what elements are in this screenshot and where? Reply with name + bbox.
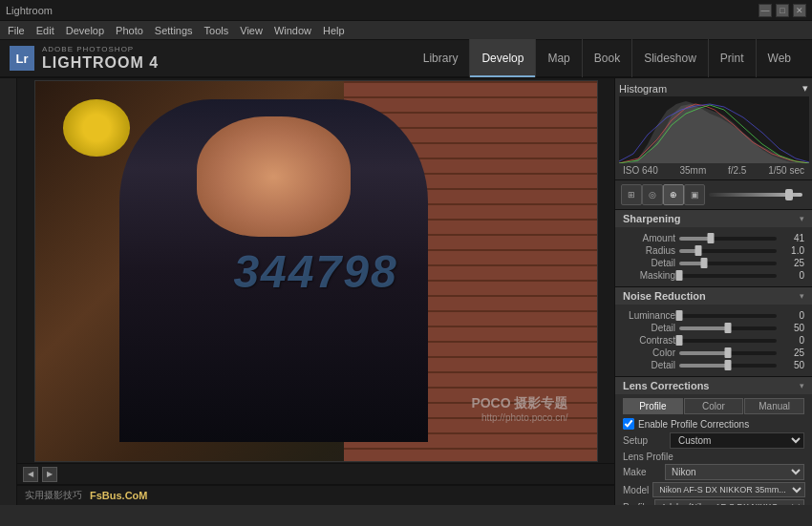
amount-fill <box>679 237 711 241</box>
exposure-slider-thumb[interactable] <box>785 189 793 200</box>
shutter-label: 1/50 sec <box>768 165 804 176</box>
noise-reduction-section: Noise Reduction ▾ Luminance 0 Detail <box>615 287 812 377</box>
enable-profile-checkbox[interactable] <box>623 418 634 430</box>
photo-background: 344798 POCO 摄影专题 http://photo.poco.cn/ <box>35 81 597 461</box>
amount-value: 41 <box>780 233 804 243</box>
minimize-button[interactable]: — <box>759 4 772 17</box>
crop-tool[interactable]: ⊞ <box>621 184 642 205</box>
contrast-track[interactable] <box>679 339 777 343</box>
color-row: Color 25 <box>623 347 804 358</box>
color-detail-fill <box>679 364 728 368</box>
detail-handle[interactable] <box>700 258 707 268</box>
sharpening-content: Amount 41 Radius 1.0 Detail <box>615 227 812 286</box>
close-button[interactable]: ✕ <box>793 4 806 17</box>
profile-row: Profile Adobe (Nikon AF-S DX NIKKO... <box>623 499 804 505</box>
bottom-bar: 实用摄影技巧 FsBus.CoM <box>17 484 614 505</box>
window-controls: — □ ✕ <box>759 4 806 17</box>
nr-detail-track[interactable] <box>679 326 777 330</box>
contrast-handle[interactable] <box>676 335 683 346</box>
lens-tab-manual[interactable]: Manual <box>744 398 804 414</box>
flowers-decoration <box>63 99 131 157</box>
site-label: FsBus.CoM <box>90 490 148 501</box>
histogram-section: Histogram ▾ ISO 640 35mm <box>615 78 812 180</box>
gradient-tool[interactable]: ▣ <box>684 184 705 205</box>
lens-corrections-header[interactable]: Lens Corrections ▾ <box>615 377 812 394</box>
tab-develop[interactable]: Develop <box>469 39 535 77</box>
menu-photo[interactable]: Photo <box>116 25 143 36</box>
histogram-canvas <box>619 96 809 163</box>
menu-help[interactable]: Help <box>323 25 345 36</box>
setup-row: Setup Custom Auto <box>623 432 804 449</box>
app-title: ADOBE PHOTOSHOP LIGHTROOM 4 <box>42 45 159 73</box>
lens-profile-subtitle: Lens Profile <box>623 452 804 462</box>
luminance-row: Luminance 0 <box>623 310 804 321</box>
histogram-svg <box>619 96 809 163</box>
center-panel: 344798 POCO 摄影专题 http://photo.poco.cn/ ◀… <box>17 78 614 505</box>
tab-web[interactable]: Web <box>756 39 802 77</box>
sharpening-header[interactable]: Sharpening ▾ <box>615 210 812 227</box>
masking-track[interactable] <box>679 274 777 278</box>
menu-tools[interactable]: Tools <box>204 25 229 36</box>
radius-track[interactable] <box>679 249 777 253</box>
module-tabs: Library Develop Map Book Slideshow Print… <box>412 39 802 77</box>
redeye-tool[interactable]: ⊕ <box>663 184 684 205</box>
filmstrip-nav-left[interactable]: ◀ <box>23 467 38 482</box>
radius-handle[interactable] <box>695 245 702 256</box>
menu-file[interactable]: File <box>8 25 25 36</box>
spot-tool[interactable]: ◎ <box>642 184 663 205</box>
menu-settings[interactable]: Settings <box>155 25 193 36</box>
tab-book[interactable]: Book <box>582 39 631 77</box>
detail-track[interactable] <box>679 262 777 265</box>
lens-tab-profile[interactable]: Profile <box>623 398 683 414</box>
lens-tab-color[interactable]: Color <box>684 398 744 414</box>
masking-value: 0 <box>780 270 804 281</box>
menubar: File Edit Develop Photo Settings Tools V… <box>0 21 812 40</box>
tab-map[interactable]: Map <box>535 39 581 77</box>
nr-detail-row: Detail 50 <box>623 323 804 333</box>
nr-detail-label: Detail <box>623 323 675 333</box>
poco-name: POCO 摄影专题 <box>471 395 567 412</box>
color-handle[interactable] <box>725 347 732 358</box>
luminance-label: Luminance <box>623 310 675 321</box>
noise-reduction-arrow: ▾ <box>800 291 804 301</box>
histogram-info: ISO 640 35mm f/2.5 1/50 sec <box>619 163 808 178</box>
menu-window[interactable]: Window <box>274 25 311 36</box>
noise-reduction-title: Noise Reduction <box>623 290 706 302</box>
iso-label: ISO 640 <box>623 165 658 176</box>
amount-track[interactable] <box>679 237 777 241</box>
tab-library[interactable]: Library <box>412 39 470 77</box>
enable-profile-label: Enable Profile Corrections <box>638 419 749 430</box>
filmstrip-nav-right[interactable]: ▶ <box>42 467 57 482</box>
menu-view[interactable]: View <box>240 25 263 36</box>
masking-handle[interactable] <box>676 270 683 281</box>
luminance-track[interactable] <box>679 314 777 318</box>
luminance-value: 0 <box>780 310 804 321</box>
color-detail-track[interactable] <box>679 364 777 368</box>
color-detail-handle[interactable] <box>725 360 732 370</box>
maximize-button[interactable]: □ <box>776 4 789 17</box>
left-panel <box>0 78 17 505</box>
make-select[interactable]: Nikon Canon Sony <box>665 464 804 480</box>
tool-icons-row: ⊞ ◎ ⊕ ▣ <box>615 180 812 210</box>
lr-logo: Lr <box>10 46 34 71</box>
noise-reduction-header[interactable]: Noise Reduction ▾ <box>615 287 812 305</box>
photo-container: 344798 POCO 摄影专题 http://photo.poco.cn/ <box>34 80 598 462</box>
detail-row: Detail 25 <box>623 258 804 268</box>
model-select[interactable]: Nikon AF-S DX NIKKOR 35mm... <box>652 482 805 497</box>
menu-develop[interactable]: Develop <box>66 25 104 36</box>
luminance-handle[interactable] <box>676 310 683 321</box>
amount-handle[interactable] <box>707 233 714 243</box>
aperture-label: f/2.5 <box>728 165 746 176</box>
setup-select[interactable]: Custom Auto <box>670 432 804 449</box>
nr-detail-handle[interactable] <box>725 323 732 333</box>
exposure-slider-track[interactable] <box>709 193 802 197</box>
menu-edit[interactable]: Edit <box>36 25 54 36</box>
color-track[interactable] <box>679 351 777 355</box>
contrast-value: 0 <box>780 335 804 346</box>
filmstrip: ◀ ▶ <box>17 463 614 484</box>
tab-slideshow[interactable]: Slideshow <box>631 39 708 77</box>
tab-print[interactable]: Print <box>708 39 756 77</box>
profile-select[interactable]: Adobe (Nikon AF-S DX NIKKO... <box>654 499 804 505</box>
setup-label: Setup <box>623 435 666 446</box>
histogram-title: Histogram <box>619 83 667 95</box>
